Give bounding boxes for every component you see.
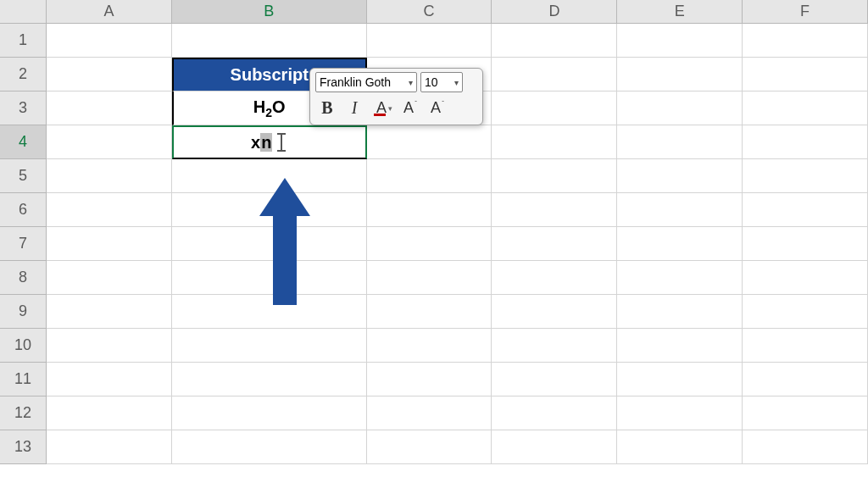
cell-A7[interactable] [47, 227, 172, 261]
cell-B13[interactable] [172, 430, 367, 464]
cell-D4[interactable] [492, 125, 617, 159]
chevron-down-icon: ▾ [409, 78, 413, 87]
cell-D10[interactable] [492, 329, 617, 363]
cell-C11[interactable] [367, 363, 492, 396]
cell-F8[interactable] [743, 261, 868, 295]
cell-D13[interactable] [492, 430, 617, 464]
bold-button[interactable]: B [315, 96, 339, 119]
cell-C12[interactable] [367, 396, 492, 430]
column-header-D[interactable]: D [492, 0, 617, 24]
cell-F11[interactable] [743, 363, 868, 396]
column-header-E[interactable]: E [617, 0, 743, 24]
row-header-1[interactable]: 1 [0, 24, 47, 58]
cell-B11[interactable] [172, 363, 367, 396]
row-header-8[interactable]: 8 [0, 261, 47, 295]
shrink-font-button[interactable]: A ˇ [424, 96, 448, 119]
font-color-button[interactable]: A ▾ [370, 96, 393, 119]
column-header-F[interactable]: F [743, 0, 868, 24]
cell-A11[interactable] [47, 363, 172, 396]
cell-F1[interactable] [743, 24, 868, 58]
cell-C4[interactable] [367, 125, 492, 159]
cell-E6[interactable] [617, 193, 743, 227]
cell-A10[interactable] [47, 329, 172, 363]
cell-F5[interactable] [743, 159, 868, 193]
cell-E9[interactable] [617, 295, 743, 329]
cell-C13[interactable] [367, 430, 492, 464]
cell-C6[interactable] [367, 193, 492, 227]
cell-E5[interactable] [617, 159, 743, 193]
cell-F12[interactable] [743, 396, 868, 430]
cell-A9[interactable] [47, 295, 172, 329]
cell-E8[interactable] [617, 261, 743, 295]
cell-D1[interactable] [492, 24, 617, 58]
cell-A6[interactable] [47, 193, 172, 227]
row-header-2[interactable]: 2 [0, 58, 47, 92]
row-header-12[interactable]: 12 [0, 396, 47, 430]
cell-E12[interactable] [617, 396, 743, 430]
select-all-corner[interactable] [0, 0, 47, 24]
cell-A3[interactable] [47, 92, 172, 125]
cell-A5[interactable] [47, 159, 172, 193]
cell-E2[interactable] [617, 58, 743, 92]
font-size-select[interactable]: 10 ▾ [420, 72, 463, 92]
cell-D11[interactable] [492, 363, 617, 396]
row-header-10[interactable]: 10 [0, 329, 47, 363]
cell-E4[interactable] [617, 125, 743, 159]
cell-E10[interactable] [617, 329, 743, 363]
cell-D6[interactable] [492, 193, 617, 227]
cell-D8[interactable] [492, 261, 617, 295]
row-header-11[interactable]: 11 [0, 363, 47, 396]
row-header-9[interactable]: 9 [0, 295, 47, 329]
column-header-A[interactable]: A [47, 0, 172, 24]
cell-F10[interactable] [743, 329, 868, 363]
cell-A12[interactable] [47, 396, 172, 430]
font-color-swatch [374, 114, 386, 116]
cell-B1[interactable] [172, 24, 367, 58]
cell-A8[interactable] [47, 261, 172, 295]
cell-D7[interactable] [492, 227, 617, 261]
cell-F3[interactable] [743, 92, 868, 125]
italic-button[interactable]: I [342, 96, 366, 119]
cell-C7[interactable] [367, 227, 492, 261]
cell-B4[interactable]: xn [172, 125, 367, 159]
row-header-13[interactable]: 13 [0, 430, 47, 464]
cell-E1[interactable] [617, 24, 743, 58]
row-header-4[interactable]: 4 [0, 125, 47, 159]
cell-F6[interactable] [743, 193, 868, 227]
cell-D12[interactable] [492, 396, 617, 430]
cell-F4[interactable] [743, 125, 868, 159]
cell-F7[interactable] [743, 227, 868, 261]
column-header-C[interactable]: C [367, 0, 492, 24]
cell-E7[interactable] [617, 227, 743, 261]
grow-font-button[interactable]: A ˆ [397, 96, 420, 119]
spreadsheet: ABCDEF 12345678910111213 SubscriptH2Oxn … [0, 0, 868, 488]
row-header-5[interactable]: 5 [0, 159, 47, 193]
row-header-7[interactable]: 7 [0, 227, 47, 261]
row-header-3[interactable]: 3 [0, 92, 47, 125]
cell-A13[interactable] [47, 430, 172, 464]
cell-A4[interactable] [47, 125, 172, 159]
cell-E3[interactable] [617, 92, 743, 125]
cell-A2[interactable] [47, 58, 172, 92]
cell-D2[interactable] [492, 58, 617, 92]
cell-C5[interactable] [367, 159, 492, 193]
cell-C8[interactable] [367, 261, 492, 295]
cell-E13[interactable] [617, 430, 743, 464]
cell-C9[interactable] [367, 295, 492, 329]
cell-D3[interactable] [492, 92, 617, 125]
column-header-B[interactable]: B [172, 0, 367, 24]
cell-A1[interactable] [47, 24, 172, 58]
cell-F2[interactable] [743, 58, 868, 92]
cell-C1[interactable] [367, 24, 492, 58]
cell-D9[interactable] [492, 295, 617, 329]
cell-E11[interactable] [617, 363, 743, 396]
cell-F13[interactable] [743, 430, 868, 464]
column-headers: ABCDEF [47, 0, 868, 24]
row-header-6[interactable]: 6 [0, 193, 47, 227]
cell-D5[interactable] [492, 159, 617, 193]
cell-C10[interactable] [367, 329, 492, 363]
cell-B10[interactable] [172, 329, 367, 363]
cell-F9[interactable] [743, 295, 868, 329]
font-name-select[interactable]: Franklin Goth ▾ [315, 72, 417, 92]
cell-B12[interactable] [172, 396, 367, 430]
